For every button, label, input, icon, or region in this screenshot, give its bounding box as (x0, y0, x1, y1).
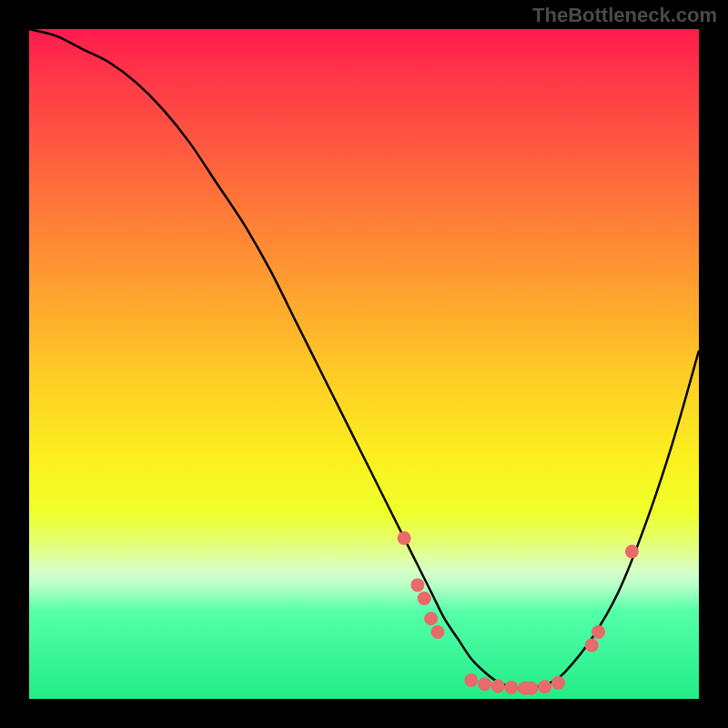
chart-svg (29, 29, 699, 699)
data-point (464, 673, 478, 687)
data-point (525, 682, 539, 695)
data-point (424, 612, 438, 625)
bottleneck-curve-line (29, 29, 699, 689)
data-point (538, 680, 551, 693)
watermark-text: TheBottleneck.com (532, 4, 717, 27)
data-point (478, 677, 491, 691)
data-point (410, 578, 424, 592)
data-point (430, 625, 444, 639)
data-point (625, 545, 639, 559)
data-point (418, 592, 431, 605)
data-point (585, 639, 599, 652)
data-points-group (398, 531, 639, 695)
data-point (551, 676, 565, 690)
data-point (491, 680, 505, 693)
chart-plot-area (29, 29, 699, 699)
data-point (398, 531, 411, 545)
data-point (592, 625, 605, 639)
data-point (504, 681, 518, 694)
